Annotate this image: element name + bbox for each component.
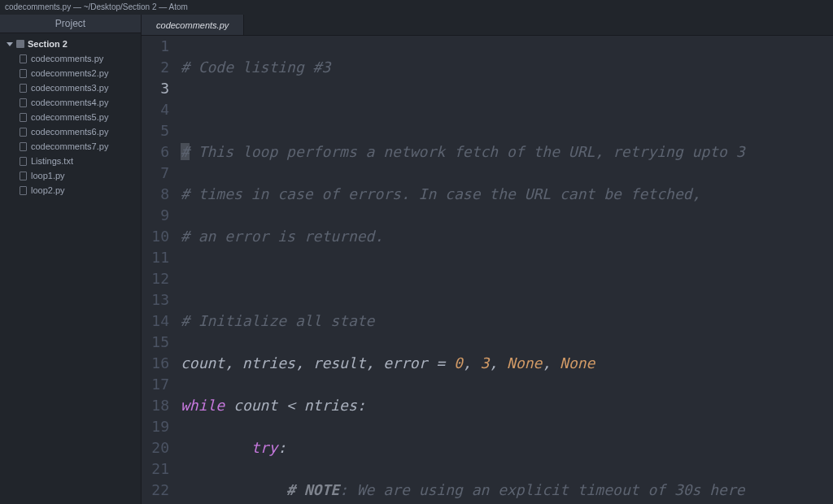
- folder-icon: [16, 40, 24, 48]
- file-icon: [20, 142, 27, 151]
- code-token: ntries:: [295, 397, 366, 414]
- code-editor[interactable]: 1234567891011121314151617181920212223 # …: [142, 36, 833, 504]
- code-token: # Initialize all state: [181, 312, 374, 329]
- code-token: count, ntries, result, error: [181, 354, 436, 371]
- line-number: 22: [142, 480, 169, 501]
- tree-file[interactable]: codecomments6.py: [0, 124, 141, 139]
- file-icon: [20, 84, 27, 93]
- code-token: None: [507, 354, 542, 371]
- line-number: 18: [142, 395, 169, 416]
- chevron-down-icon: [7, 41, 13, 47]
- tree-folder-root[interactable]: Section 2: [0, 37, 141, 51]
- file-label: codecomments7.py: [31, 141, 108, 151]
- code-token: <: [286, 397, 295, 414]
- code-area[interactable]: # Code listing #3 ## This loop performs …: [181, 36, 833, 504]
- line-number: 12: [142, 268, 169, 289]
- editor-pane: codecomments.py 123456789101112131415161…: [142, 15, 833, 504]
- code-token: # an error is returned.: [181, 228, 383, 245]
- code-token: :: [277, 439, 286, 456]
- line-number: 4: [142, 99, 169, 120]
- tab-bar: codecomments.py: [142, 15, 833, 36]
- file-icon: [20, 69, 27, 78]
- file-icon: [20, 54, 27, 63]
- code-token: count: [225, 397, 286, 414]
- line-number: 2: [142, 57, 169, 78]
- code-token: while: [181, 397, 225, 414]
- code-token: 0: [454, 354, 463, 371]
- file-label: codecomments6.py: [31, 127, 108, 137]
- line-number: 6: [142, 141, 169, 163]
- tab-label: codecomments.py: [156, 20, 229, 30]
- code-token: [445, 354, 454, 371]
- line-number: 3: [142, 78, 169, 99]
- code-token: # times in case of errors. In case the U…: [181, 185, 700, 202]
- file-label: codecomments5.py: [31, 112, 108, 122]
- line-number: 8: [142, 184, 169, 205]
- tree-file[interactable]: Listings.txt: [0, 154, 141, 168]
- code-token: ,: [489, 354, 507, 371]
- code-token: 3: [481, 354, 490, 371]
- sidebar-header: Project: [0, 15, 141, 33]
- line-number: 10: [142, 226, 169, 247]
- code-token: ,: [542, 354, 560, 371]
- line-number: 17: [142, 374, 169, 395]
- file-icon: [20, 157, 27, 166]
- line-number-gutter: 1234567891011121314151617181920212223: [142, 36, 181, 504]
- line-number: 23: [142, 501, 169, 504]
- line-number: 9: [142, 205, 169, 226]
- project-tree: Section 2 codecomments.py codecomments2.…: [0, 33, 141, 201]
- line-number: 14: [142, 311, 169, 332]
- code-token: =: [436, 354, 445, 371]
- file-icon: [20, 98, 27, 107]
- sidebar: Project Section 2 codecomments.py codeco…: [0, 15, 142, 504]
- line-number: 19: [142, 416, 169, 437]
- tree-file[interactable]: codecomments2.py: [0, 66, 141, 80]
- line-number: 13: [142, 289, 169, 311]
- file-label: codecomments2.py: [31, 68, 108, 78]
- file-label: loop1.py: [31, 171, 65, 180]
- line-number: 16: [142, 353, 169, 374]
- line-number: 20: [142, 437, 169, 458]
- code-token: try: [251, 439, 278, 456]
- line-number: 11: [142, 247, 169, 268]
- tree-file[interactable]: codecomments3.py: [0, 80, 141, 95]
- file-label: Listings.txt: [31, 156, 73, 166]
- file-label: codecomments3.py: [31, 83, 108, 93]
- code-token: None: [560, 354, 595, 371]
- line-number: 15: [142, 332, 169, 353]
- line-number: 5: [142, 120, 169, 141]
- folder-label: Section 2: [28, 39, 68, 49]
- tree-file[interactable]: loop1.py: [0, 168, 141, 183]
- file-label: codecomments4.py: [31, 98, 108, 107]
- line-number: 7: [142, 163, 169, 184]
- code-token: ,: [463, 354, 481, 371]
- file-label: loop2.py: [31, 185, 65, 195]
- line-number: 1: [142, 36, 169, 57]
- tree-file[interactable]: loop2.py: [0, 183, 141, 198]
- tree-file[interactable]: codecomments5.py: [0, 110, 141, 124]
- window-title-bar: codecomments.py — ~/Desktop/Section 2 — …: [0, 0, 833, 15]
- line-number: 21: [142, 458, 169, 480]
- file-icon: [20, 186, 27, 195]
- file-icon: [20, 113, 27, 122]
- code-token: # Code listing #3: [181, 59, 330, 76]
- file-icon: [20, 172, 27, 180]
- tab-codecomments[interactable]: codecomments.py: [142, 15, 244, 35]
- tree-file[interactable]: codecomments.py: [0, 51, 141, 66]
- tree-file[interactable]: codecomments4.py: [0, 95, 141, 110]
- file-label: codecomments.py: [31, 54, 103, 63]
- app-root: Project Section 2 codecomments.py codeco…: [0, 15, 833, 504]
- tree-file[interactable]: codecomments7.py: [0, 139, 141, 154]
- file-icon: [20, 128, 27, 137]
